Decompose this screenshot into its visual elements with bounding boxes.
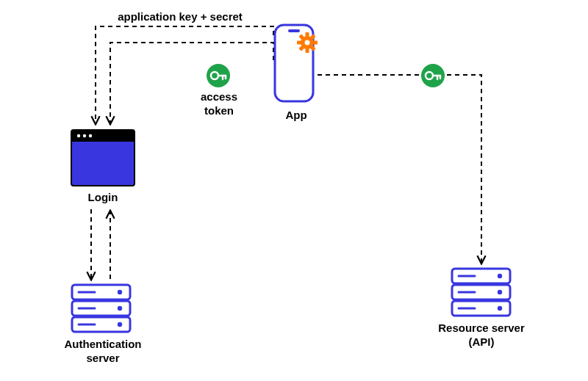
svg-point-18 [89, 134, 92, 137]
svg-rect-5 [313, 41, 318, 45]
key-icon [206, 63, 231, 88]
app-label: App [270, 109, 322, 123]
svg-rect-15 [71, 130, 135, 142]
resource-server-node [450, 266, 512, 318]
arrow-app-to-login-key [96, 26, 273, 123]
svg-point-17 [83, 134, 86, 137]
svg-rect-3 [306, 48, 309, 53]
gear-icon [297, 32, 318, 53]
oauth-flow-diagram: App access token application key + secre… [0, 0, 588, 381]
svg-point-23 [118, 306, 122, 311]
app-node [272, 22, 323, 106]
svg-point-31 [498, 274, 502, 278]
arrow-app-to-login-token [110, 43, 273, 123]
auth-server-label: Authentication server [55, 338, 151, 366]
app-key-secret-label: application key + secret [99, 10, 261, 24]
login-label: Login [70, 191, 136, 205]
arrow-app-to-resource [318, 75, 481, 263]
svg-point-33 [498, 306, 502, 311]
resource-server-label: Resource server (API) [430, 322, 533, 349]
auth-server-node [70, 283, 132, 334]
access-token-label: access token [193, 90, 245, 118]
key-icon [420, 63, 445, 88]
svg-point-32 [498, 290, 502, 294]
svg-point-22 [118, 290, 122, 294]
svg-rect-2 [306, 32, 309, 37]
svg-point-10 [305, 40, 310, 46]
svg-point-16 [77, 134, 80, 137]
svg-point-24 [118, 322, 122, 327]
svg-rect-4 [297, 41, 301, 45]
svg-rect-0 [288, 29, 300, 32]
login-node [70, 128, 136, 187]
